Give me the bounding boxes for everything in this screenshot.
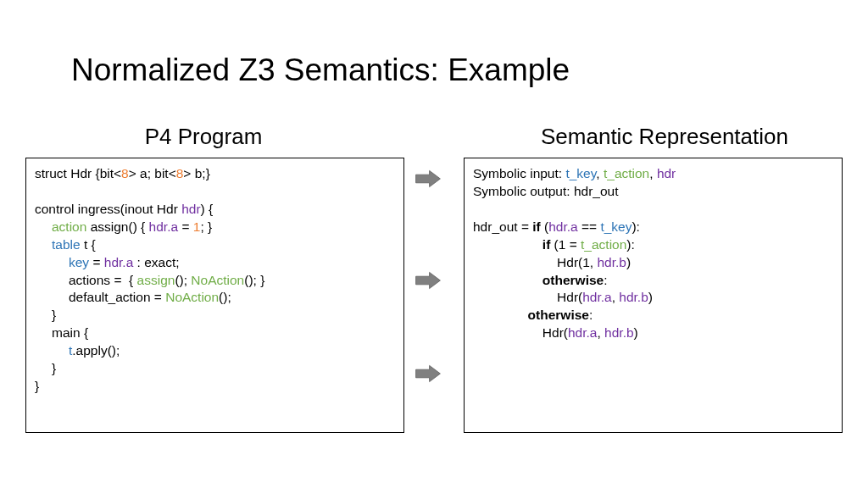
t: action bbox=[52, 219, 86, 234]
t: ; } bbox=[200, 219, 212, 234]
t: hdr.a bbox=[149, 219, 178, 234]
t: assign() { bbox=[86, 219, 148, 234]
t: Hdr( bbox=[542, 325, 568, 340]
t: hdr.a bbox=[548, 219, 577, 234]
t: hdr.b bbox=[597, 255, 626, 269]
left-heading: P4 Program bbox=[25, 124, 381, 150]
t: control ingress(inout Hdr bbox=[35, 202, 181, 216]
t: hdr.a bbox=[568, 325, 597, 340]
t: Symbolic output: hdr_out bbox=[473, 184, 618, 198]
t: (); bbox=[219, 290, 231, 304]
t: hdr.a bbox=[104, 255, 133, 269]
t: Symbolic input: bbox=[473, 166, 565, 180]
t: hdr.b bbox=[619, 290, 648, 304]
t: table bbox=[52, 237, 81, 252]
p4-program-panel: struct Hdr {bit<8> a; bit<8> b;} control… bbox=[25, 158, 404, 433]
t: NoAction bbox=[191, 273, 244, 287]
t: Hdr( bbox=[557, 290, 582, 304]
t: , bbox=[596, 166, 604, 180]
t: otherwise bbox=[528, 308, 589, 322]
t: ) { bbox=[201, 202, 214, 216]
t: 1 bbox=[582, 255, 590, 269]
t: hdr bbox=[657, 166, 676, 180]
t: main { bbox=[35, 324, 88, 342]
t: = bbox=[89, 255, 104, 269]
t: default_action = bbox=[69, 290, 165, 304]
t: NoAction bbox=[165, 290, 219, 304]
t: t_key bbox=[600, 219, 632, 234]
arrow-icon bbox=[415, 271, 442, 290]
t: = bbox=[178, 219, 193, 234]
t: ): bbox=[626, 237, 634, 252]
t: hdr.b bbox=[604, 325, 633, 340]
arrow-icon bbox=[415, 364, 442, 383]
right-heading: Semantic Representation bbox=[487, 124, 843, 150]
t: == bbox=[578, 219, 601, 234]
t: : exact; bbox=[133, 255, 179, 269]
t: t_action bbox=[604, 166, 649, 180]
slide-title: Normalized Z3 Semantics: Example bbox=[71, 53, 570, 88]
t: hdr.a bbox=[582, 290, 611, 304]
t: assign bbox=[137, 273, 175, 287]
t: hdr bbox=[181, 202, 200, 216]
t: ) bbox=[634, 325, 638, 340]
t: if bbox=[542, 237, 550, 252]
t: ( bbox=[541, 219, 548, 234]
t: ) bbox=[648, 290, 653, 304]
t: .apply(); bbox=[72, 343, 120, 358]
t: 8 bbox=[121, 166, 129, 180]
semantic-panel: Symbolic input: t_key, t_action, hdr Sym… bbox=[464, 158, 843, 433]
t: (); bbox=[175, 273, 191, 287]
t: otherwise bbox=[542, 273, 604, 287]
t: struct Hdr {bit< bbox=[35, 166, 121, 180]
t: , bbox=[597, 325, 604, 340]
arrow-icon bbox=[415, 169, 442, 188]
t: } bbox=[35, 360, 56, 378]
t: ) bbox=[626, 255, 631, 269]
t: key bbox=[69, 255, 89, 269]
t: : bbox=[589, 308, 593, 322]
t: } bbox=[35, 307, 56, 324]
t: t { bbox=[81, 237, 96, 252]
t: t_action bbox=[581, 237, 626, 252]
t: (); } bbox=[244, 273, 264, 287]
t: , bbox=[649, 166, 657, 180]
t: (1 = bbox=[550, 237, 581, 252]
t: ): bbox=[632, 219, 639, 234]
t: > a; bit< bbox=[129, 166, 176, 180]
t: > b;} bbox=[183, 166, 209, 180]
t: actions = { bbox=[69, 273, 137, 287]
t: : bbox=[604, 273, 607, 287]
t: if bbox=[532, 219, 540, 234]
t: } bbox=[35, 379, 39, 393]
t: hdr_out = bbox=[473, 219, 532, 234]
t: Hdr( bbox=[557, 255, 582, 269]
t: t_key bbox=[565, 166, 596, 180]
